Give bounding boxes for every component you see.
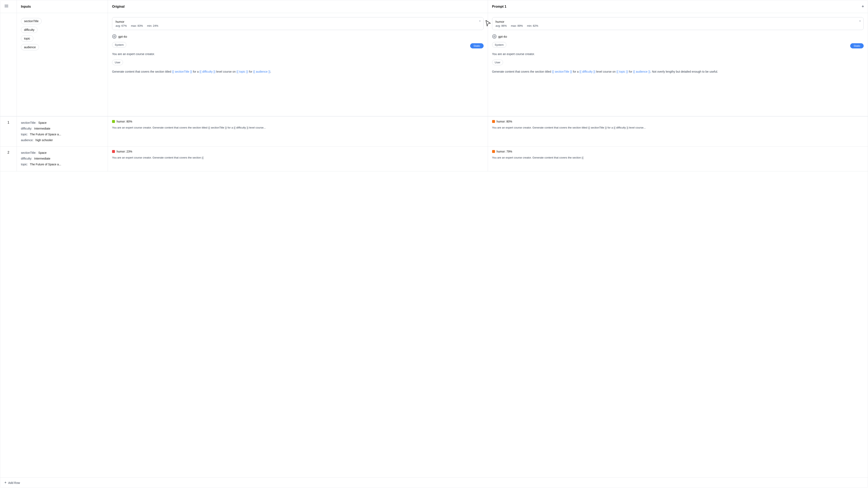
row2-topic: topic: The Future of Space a...: [21, 161, 103, 167]
original-avg: avg: 67%: [116, 24, 127, 27]
svg-point-4: [113, 35, 116, 38]
add-row-label: Add Row: [8, 481, 20, 485]
row1-original-dot: [112, 120, 115, 123]
config-row-number: [0, 13, 17, 116]
row2-prompt1-dot: [492, 150, 495, 153]
original-model-name: gpt-4o: [118, 35, 127, 38]
row2-original-text: You are an expert course creator. Genera…: [112, 156, 484, 160]
header-row: Inputs Original Prompt 1 +: [0, 0, 868, 13]
original-score-stats: avg: 67% max: 83% min: 24%: [116, 24, 158, 27]
add-row-bar[interactable]: + Add Row: [0, 478, 868, 488]
original-score-badge: humor avg: 67% max: 83% min: 24% ×: [112, 17, 484, 30]
original-user-tag: User: [112, 60, 123, 65]
prompt1-avg: avg: 86%: [496, 24, 507, 27]
prompt1-score-stats: avg: 86% max: 89% min: 82%: [496, 24, 538, 27]
row2-difficulty: difficulty: Intermediate: [21, 156, 103, 161]
tag-audience: audience: [21, 44, 39, 50]
prompt1-label: Prompt 1: [492, 5, 506, 8]
cursor-arrow-icon: [485, 20, 492, 27]
row1-topic: topic: The Future of Space a...: [21, 131, 103, 137]
original-metric-name: humor: [116, 20, 158, 23]
row2-prompt1-text: You are an expert course creator. Genera…: [492, 156, 864, 160]
inputs-label: Inputs: [21, 5, 31, 8]
svg-marker-3: [486, 21, 490, 26]
prompt1-user-text: Generate content that covers the section…: [492, 69, 864, 74]
row1-difficulty: difficulty: Intermediate: [21, 126, 103, 131]
row-number-2: 2: [0, 147, 17, 171]
row2-prompt1-result: humor: 79% You are an expert course crea…: [488, 147, 868, 171]
header-inputs: Inputs: [17, 0, 108, 13]
menu-icon[interactable]: [4, 4, 8, 9]
prompt1-model-row: gpt-4o: [492, 34, 864, 39]
row2-original-dot: [112, 150, 115, 153]
row1-sectionTitle: sectionTitle: Space: [21, 120, 103, 126]
header-menu[interactable]: [0, 0, 17, 13]
prompt1-system-tag: System: [492, 42, 506, 47]
row1-original-text: You are an expert course creator. Genera…: [112, 126, 484, 130]
row1-prompt1-result: humor: 80% You are an expert course crea…: [488, 117, 868, 146]
prompt1-metric-name: humor: [496, 20, 538, 23]
row1-prompt1-dot: [492, 120, 495, 123]
row-number-1: 1: [0, 117, 17, 146]
tag-topic: topic: [21, 35, 33, 42]
inputs-cell: sectionTitle difficulty topic audience: [17, 13, 108, 116]
add-row-icon: +: [4, 481, 7, 485]
original-label: Original: [112, 5, 124, 8]
row1-inputs: sectionTitle: Space difficulty: Intermed…: [17, 117, 108, 146]
row1-audience: audience: high schooler: [21, 137, 103, 143]
row2-original-result: humor: 23% You are an expert course crea…: [108, 147, 488, 171]
row1-original-result: humor: 80% You are an expert course crea…: [108, 117, 488, 146]
original-model-row: gpt-4o: [112, 34, 484, 39]
prompt1-close-button[interactable]: ×: [859, 20, 861, 23]
prompt1-system-header: System Static: [492, 42, 864, 50]
header-original: Original: [108, 0, 488, 13]
tag-sectionTitle: sectionTitle: [21, 18, 42, 24]
data-row-2: 2 sectionTitle: Space difficulty: Interm…: [0, 147, 868, 171]
original-max: max: 83%: [131, 24, 143, 27]
row2-prompt1-humor: humor: 79%: [492, 150, 864, 153]
original-model-icon: [112, 34, 117, 39]
row1-prompt1-humor: humor: 80%: [492, 120, 864, 123]
original-system-header: System Static: [112, 42, 484, 50]
original-close-button[interactable]: ×: [479, 20, 481, 23]
row2-inputs: sectionTitle: Space difficulty: Intermed…: [17, 147, 108, 171]
prompt1-model-name: gpt-4o: [498, 35, 507, 38]
row2-original-humor: humor: 23%: [112, 150, 484, 153]
header-prompt1: Prompt 1 +: [488, 0, 868, 13]
row1-original-humor: humor: 80%: [112, 120, 484, 123]
prompt1-user-tag: User: [492, 60, 503, 65]
tag-difficulty: difficulty: [21, 27, 37, 33]
row2-sectionTitle: sectionTitle: Space: [21, 150, 103, 156]
prompt1-min: min: 82%: [527, 24, 538, 27]
original-min: min: 24%: [147, 24, 158, 27]
original-prompt-cell: humor avg: 67% max: 83% min: 24% ×: [108, 13, 488, 116]
prompt1-model-icon: [492, 34, 497, 39]
original-system-text: You are an expert course creator.: [112, 52, 484, 56]
prompt1-max: max: 89%: [511, 24, 523, 27]
main-table: Inputs Original Prompt 1 + sectionTitle …: [0, 0, 868, 488]
prompt1-score-badge: humor avg: 86% max: 89% min: 82% ×: [492, 17, 864, 30]
prompt1-prompt-cell: humor avg: 86% max: 89% min: 82% ×: [488, 13, 868, 116]
original-user-text: Generate content that covers the section…: [112, 69, 484, 74]
original-system-tag: System: [112, 42, 126, 47]
config-row: sectionTitle difficulty topic audience h…: [0, 13, 868, 117]
content-rows: sectionTitle difficulty topic audience h…: [0, 13, 868, 478]
add-column-button[interactable]: +: [860, 4, 866, 9]
prompt1-static-badge: Static: [850, 43, 864, 48]
row1-prompt1-text: You are an expert course creator. Genera…: [492, 126, 864, 130]
original-static-badge: Static: [470, 43, 484, 48]
svg-point-5: [493, 35, 496, 38]
data-row-1: 1 sectionTitle: Space difficulty: Interm…: [0, 117, 868, 147]
prompt1-system-text: You are an expert course creator.: [492, 52, 864, 56]
